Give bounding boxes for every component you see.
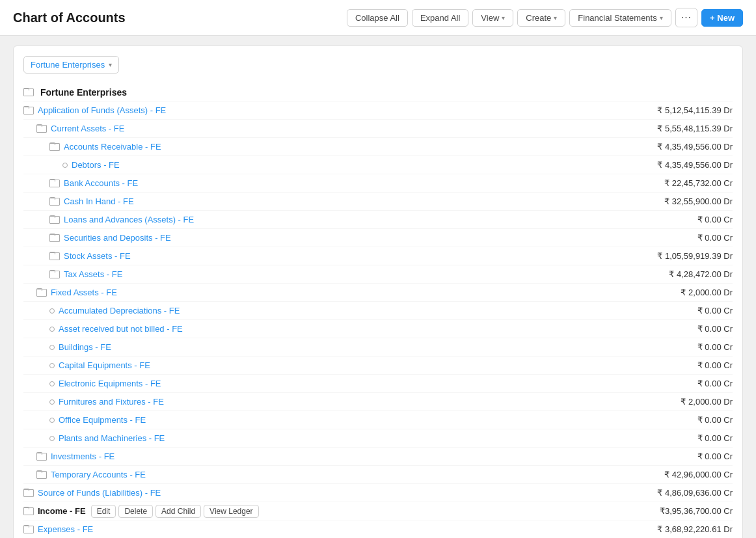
account-row: Tax Assets - FE₹ 4,28,472.00 Dr [23,265,733,284]
account-row: Application of Funds (Assets) - FE₹ 5,12… [23,101,733,120]
more-options-button[interactable]: ··· [675,8,697,27]
account-row: Temporary Accounts - FE₹ 42,96,000.00 Cr [23,466,733,484]
account-row: Furnitures and Fixtures - FE₹ 2,000.00 D… [23,393,733,411]
circle-icon [49,308,55,314]
account-name[interactable]: Debtors - FE [72,160,120,170]
account-name[interactable]: Cash In Hand - FE [64,196,134,206]
account-amount: ₹ 0.00 Cr [615,324,733,334]
folder-icon [23,525,34,533]
company-selector[interactable]: Fortune Enterprises ▾ [23,56,119,74]
account-amount: ₹ 0.00 Cr [615,415,733,425]
circle-icon [49,363,55,368]
account-row: Loans and Advances (Assets) - FE₹ 0.00 C… [23,211,733,229]
folder-icon [36,470,47,479]
edit-button[interactable]: Edit [91,505,116,518]
delete-button[interactable]: Delete [118,505,153,518]
account-amount: ₹ 0.00 Cr [615,233,733,243]
company-selector-label: Fortune Enterprises [31,60,105,70]
account-name[interactable]: Stock Assets - FE [64,251,131,261]
account-name[interactable]: Asset received but not billed - FE [59,324,183,334]
account-name[interactable]: Office Equipments - FE [59,415,146,425]
accounts-card: Fortune Enterprises ▾ Fortune Enterprise… [13,46,743,538]
view-chevron-icon: ▾ [502,14,505,21]
folder-icon [49,234,60,242]
account-amount: ₹ 0.00 Cr [615,360,733,370]
account-name[interactable]: Accounts Receivable - FE [64,142,161,152]
account-name: Income - FE [38,506,86,516]
account-name[interactable]: Investments - FE [51,451,115,461]
folder-icon [23,507,34,515]
account-amount: ₹ 1,05,59,919.39 Dr [615,251,733,261]
new-button[interactable]: + New [701,9,743,27]
folder-icon [23,88,34,96]
folder-icon [49,197,60,206]
view-button[interactable]: View ▾ [472,9,513,27]
account-row: Current Assets - FE₹ 5,55,48,115.39 Dr [23,120,733,138]
account-row: Fortune Enterprises [23,83,733,101]
account-name[interactable]: Buildings - FE [59,342,111,352]
account-name[interactable]: Temporary Accounts - FE [51,470,146,479]
account-name[interactable]: Accumulated Depreciations - FE [59,306,180,316]
account-name[interactable]: Fixed Assets - FE [51,288,117,297]
account-amount: ₹ 0.00 Cr [615,215,733,224]
account-amount: ₹ 0.00 Cr [615,379,733,388]
account-amount: ₹ 4,86,09,636.00 Cr [615,488,733,498]
account-amount: ₹ 0.00 Cr [615,433,733,443]
account-amount: ₹ 5,12,54,115.39 Dr [615,105,733,115]
account-amount: ₹ 0.00 Cr [615,342,733,352]
account-amount: ₹ 32,55,900.00 Dr [615,196,733,206]
account-row: Accounts Receivable - FE₹ 4,35,49,556.00… [23,138,733,156]
account-name[interactable]: Source of Funds (Liabilities) - FE [38,488,161,498]
account-amount: ₹ 0.00 Cr [615,451,733,461]
account-name[interactable]: Bank Accounts - FE [64,178,138,188]
account-name[interactable]: Tax Assets - FE [64,269,122,279]
account-amount: ₹ 5,55,48,115.39 Dr [615,124,733,133]
account-amount: ₹ 4,35,49,556.00 Dr [615,160,733,170]
page-title: Chart of Accounts [13,10,126,25]
account-name[interactable]: Expenses - FE [38,524,93,534]
account-row: Plants and Machineries - FE₹ 0.00 Cr [23,429,733,448]
account-row: Asset received but not billed - FE₹ 0.00… [23,320,733,338]
folder-icon [36,288,47,297]
account-amount: ₹ 3,68,92,220.61 Dr [615,524,733,534]
account-amount: ₹ 42,96,000.00 Cr [615,470,733,479]
account-row: Office Equipments - FE₹ 0.00 Cr [23,411,733,429]
account-name[interactable]: Plants and Machineries - FE [59,433,165,443]
folder-icon [23,489,34,497]
circle-icon [49,345,55,350]
company-selector-chevron-icon: ▾ [109,61,112,68]
expand-all-button[interactable]: Expand All [412,9,468,27]
account-row: Bank Accounts - FE₹ 22,45,732.00 Cr [23,174,733,193]
context-actions: EditDeleteAdd ChildView Ledger [91,505,259,518]
top-bar: Chart of Accounts Collapse All Expand Al… [0,0,756,36]
account-row: Securities and Deposits - FE₹ 0.00 Cr [23,229,733,247]
view-ledger-button[interactable]: View Ledger [204,505,259,518]
create-button[interactable]: Create ▾ [517,9,565,27]
account-row: Investments - FE₹ 0.00 Cr [23,448,733,466]
account-amount: ₹ 2,000.00 Dr [615,397,733,407]
account-amount: ₹ 22,45,732.00 Cr [615,178,733,188]
financial-statements-button[interactable]: Financial Statements ▾ [569,9,671,27]
account-name[interactable]: Furnitures and Fixtures - FE [59,397,164,407]
account-row: Fixed Assets - FE₹ 2,000.00 Dr [23,284,733,302]
account-name[interactable]: Application of Funds (Assets) - FE [38,105,166,115]
fin-chevron-icon: ▾ [660,14,663,21]
circle-icon [49,436,55,441]
account-name[interactable]: Securities and Deposits - FE [64,233,171,243]
add-child-button[interactable]: Add Child [155,505,201,518]
account-amount: ₹ 4,35,49,556.00 Dr [615,142,733,152]
account-name[interactable]: Loans and Advances (Assets) - FE [64,215,194,224]
folder-icon [49,270,60,278]
create-chevron-icon: ▾ [554,14,557,21]
account-name[interactable]: Current Assets - FE [51,124,124,133]
account-name[interactable]: Electronic Equipments - FE [59,379,161,388]
account-row: Accumulated Depreciations - FE₹ 0.00 Cr [23,302,733,320]
account-row: Income - FEEditDeleteAdd ChildView Ledge… [23,502,733,520]
collapse-all-button[interactable]: Collapse All [347,9,408,27]
account-name[interactable]: Capital Equipments - FE [59,360,150,370]
folder-icon [23,106,34,114]
account-row: Electronic Equipments - FE₹ 0.00 Cr [23,375,733,393]
account-row: Stock Assets - FE₹ 1,05,59,919.39 Dr [23,247,733,265]
account-name-root: Fortune Enterprises [40,87,127,98]
account-amount: ₹ 4,28,472.00 Dr [615,269,733,279]
